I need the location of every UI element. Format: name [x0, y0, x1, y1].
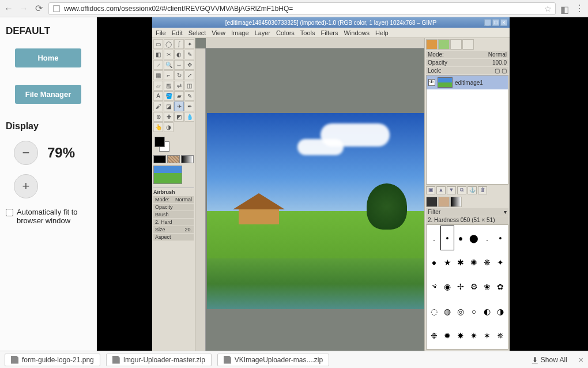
menu-help[interactable]: Help [375, 29, 389, 36]
tab-patterns-icon[interactable] [438, 197, 450, 207]
tab-undo-icon[interactable] [462, 39, 474, 50]
menu-layer[interactable]: Layer [255, 29, 271, 36]
layer-anchor-icon[interactable]: ⚓ [468, 186, 477, 194]
tool-zoom[interactable]: 🔍 [164, 60, 174, 70]
tool-smudge[interactable]: 👆 [153, 122, 163, 132]
tool-rect-select[interactable]: ▭ [153, 39, 163, 49]
layer-mode-row[interactable]: Mode:Normal [426, 51, 508, 58]
autofit-option[interactable]: Automatically fit to browser window [6, 208, 91, 225]
layer-list[interactable]: 👁 editimage1 [426, 75, 508, 185]
brush-preset[interactable]: ⬤ [468, 226, 480, 250]
layer-duplicate-icon[interactable]: ⧉ [457, 186, 466, 194]
tool-clone[interactable]: ⊕ [153, 112, 163, 122]
brush-preset[interactable]: ✸ [454, 324, 467, 348]
brush-preset[interactable]: • [441, 226, 454, 250]
tab-brushes-icon[interactable] [426, 197, 438, 207]
brush-preset[interactable]: ✷ [468, 324, 480, 348]
tool-pencil[interactable]: ✎ [184, 91, 194, 101]
tool-scissors[interactable]: ✂ [164, 50, 174, 59]
menu-button[interactable]: ⋮ [574, 3, 585, 14]
layer-item[interactable]: 👁 editimage1 [427, 76, 508, 89]
tool-airbrush[interactable]: ✈ [174, 102, 184, 111]
ruler-vertical[interactable] [195, 48, 206, 351]
gimp-titlebar[interactable]: [editimage14845030733325] (imported)-1.0… [152, 17, 510, 28]
zoom-in-button[interactable]: + [14, 174, 38, 198]
tool-measure[interactable]: ↔ [174, 60, 184, 70]
tool-bucket[interactable]: 🪣 [164, 91, 174, 101]
brush-preset[interactable]: ◎ [454, 299, 467, 323]
tab-gradients-icon[interactable] [450, 197, 462, 207]
tool-blend[interactable]: ▰ [174, 91, 184, 101]
brush-preset[interactable]: ༄ [428, 275, 440, 299]
tool-eraser[interactable]: ◪ [164, 102, 174, 111]
layer-delete-icon[interactable]: 🗑 [478, 186, 487, 194]
menu-file[interactable]: File [156, 29, 166, 36]
tool-dodge[interactable]: ◑ [164, 122, 174, 132]
tool-align[interactable]: ▦ [153, 70, 163, 80]
brush-preset[interactable]: ★ [441, 250, 454, 274]
home-button[interactable]: Home [15, 48, 81, 67]
opts-opacity[interactable]: Opacity [153, 204, 194, 211]
tool-shear[interactable]: ▱ [153, 81, 163, 91]
show-all-downloads[interactable]: ⬇ Show All [532, 356, 567, 364]
brush-preset[interactable]: ❀ [481, 275, 493, 299]
tab-paths-icon[interactable] [450, 39, 462, 50]
forward-button[interactable]: → [18, 3, 29, 14]
menu-select[interactable]: Select [189, 29, 206, 36]
tool-fuzzy-select[interactable]: ✦ [184, 39, 194, 49]
extension-icon[interactable]: ◧ [560, 4, 570, 13]
active-pattern-indicator[interactable] [167, 155, 180, 163]
maximize-icon[interactable]: □ [492, 19, 499, 26]
brush-preset[interactable]: ✱ [454, 250, 467, 274]
download-item[interactable]: Imgur-Uploader-master.zip [106, 354, 212, 366]
brush-preset[interactable]: . [428, 226, 440, 250]
close-shelf-icon[interactable]: × [579, 355, 583, 365]
menu-tools[interactable]: Tools [300, 29, 315, 36]
layer-visibility-icon[interactable]: 👁 [428, 79, 435, 86]
tab-channels-icon[interactable] [438, 39, 450, 50]
brush-preset[interactable]: • [494, 226, 507, 250]
brush-preset[interactable]: ⚙ [468, 275, 480, 299]
brush-preset[interactable]: . [481, 226, 493, 250]
autofit-checkbox[interactable] [6, 209, 13, 216]
download-item[interactable]: form-guide-logo-21.png [5, 354, 100, 366]
download-item[interactable]: VKImageUploader-mas....zip [217, 354, 329, 366]
tool-color-picker[interactable]: ⟋ [153, 60, 163, 70]
color-swatches[interactable] [153, 136, 194, 153]
brush-preset[interactable]: ◍ [441, 299, 454, 323]
tool-paths[interactable]: ✎ [184, 50, 194, 59]
brush-preset[interactable]: ◌ [428, 299, 440, 323]
opts-aspect[interactable]: Aspect [153, 234, 194, 241]
tool-color-select[interactable]: ◧ [153, 50, 163, 59]
brush-preset[interactable]: ❉ [428, 324, 440, 348]
tool-text[interactable]: A [153, 91, 163, 101]
zoom-out-button[interactable]: − [14, 141, 38, 165]
tool-blur[interactable]: 💧 [184, 112, 194, 122]
reload-button[interactable]: ⟳ [33, 3, 44, 14]
brush-preset[interactable]: ● [454, 226, 467, 250]
layer-lock-row[interactable]: Lock:▢ ▢ [426, 67, 508, 74]
tab-layers-icon[interactable] [426, 39, 438, 50]
layer-new-icon[interactable]: ▣ [426, 186, 435, 194]
brush-preset[interactable]: ◉ [441, 275, 454, 299]
brush-preset[interactable]: ✢ [454, 275, 467, 299]
layer-opacity-row[interactable]: Opacity100.0 [426, 59, 508, 66]
tool-perspective[interactable]: ▨ [164, 81, 174, 91]
brush-preset[interactable]: ✺ [468, 250, 480, 274]
tool-cage[interactable]: ◫ [184, 81, 194, 91]
tool-crop[interactable]: ⌐ [164, 70, 174, 80]
tool-scale[interactable]: ⤢ [184, 70, 194, 80]
image-thumbnail[interactable] [153, 166, 182, 184]
layer-up-icon[interactable]: ▲ [436, 186, 446, 194]
tool-foreground[interactable]: ◐ [174, 50, 184, 59]
brush-preset[interactable]: ✵ [494, 324, 507, 348]
layer-name[interactable]: editimage1 [455, 80, 483, 86]
address-bar[interactable]: www.offidocs.com/osessionx02/#/client/RE… [48, 2, 556, 15]
gimp-canvas-area[interactable] [195, 38, 424, 351]
tool-move[interactable]: ✥ [184, 60, 194, 70]
brush-preset[interactable]: ✦ [494, 250, 507, 274]
menu-edit[interactable]: Edit [172, 29, 183, 36]
brush-grid[interactable]: . • ● ⬤ . • ● ★ ✱ ✺ ❋ ✦ ༄ ◉ ✢ [426, 224, 508, 350]
brush-preset[interactable]: ✹ [441, 324, 454, 348]
menu-image[interactable]: Image [231, 29, 249, 36]
